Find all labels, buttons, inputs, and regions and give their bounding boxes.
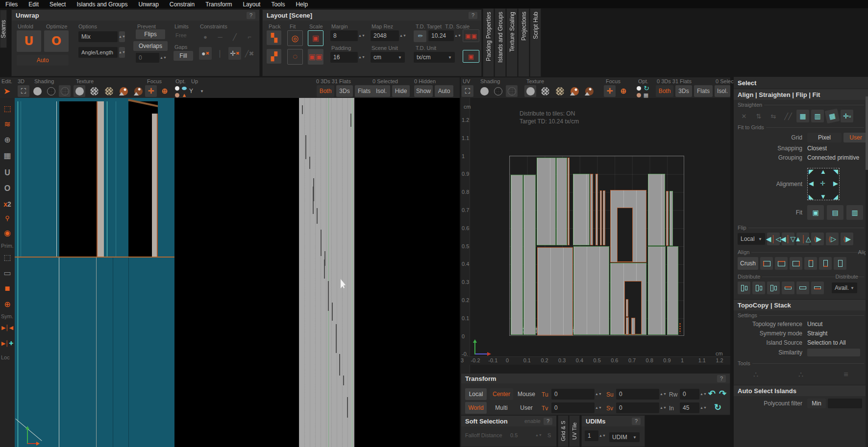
- uv-shading-wire-icon[interactable]: [492, 85, 504, 97]
- uv-texture-image-icon[interactable]: [569, 85, 580, 97]
- symmetry-mode-value[interactable]: Straight: [807, 330, 827, 337]
- menu-files[interactable]: Files: [0, 1, 23, 8]
- snapping-value[interactable]: Closest: [807, 145, 827, 152]
- uv-isolate-button[interactable]: Isol.: [715, 85, 730, 97]
- grouping-value[interactable]: Connected primitive: [807, 154, 859, 161]
- hide-button-3d[interactable]: Hide: [392, 85, 410, 97]
- flip-rotate-flip-icon[interactable]: ⟨▶: [841, 233, 853, 245]
- sphere-primitive-icon[interactable]: ⊕: [1, 298, 14, 310]
- menu-constrain[interactable]: Constrain: [164, 1, 200, 8]
- rect-primitive-icon[interactable]: ⬚: [1, 251, 14, 263]
- td-target-stepper[interactable]: ▲▼: [455, 30, 461, 41]
- uv-texture-checker-icon[interactable]: [539, 85, 551, 97]
- align-center-icon[interactable]: ✛: [820, 180, 825, 187]
- pin-icon[interactable]: ⚲: [1, 212, 14, 224]
- tv-stepper[interactable]: ▲▼: [595, 402, 601, 413]
- optimize-button[interactable]: O: [44, 30, 69, 52]
- fit-tile-icon[interactable]: ▣: [807, 205, 824, 220]
- polycount-value-field[interactable]: [828, 399, 862, 408]
- align-top-icon[interactable]: ▲: [820, 168, 826, 175]
- rotate-step-icon[interactable]: ↻: [714, 402, 721, 413]
- align-middle-pair-icon[interactable]: [819, 257, 832, 270]
- texture-none-icon[interactable]: [74, 85, 85, 97]
- pivot-mouse-button[interactable]: Mouse: [515, 388, 538, 400]
- symmetry-icon[interactable]: ▶│◀: [1, 321, 14, 334]
- shading-wire-icon[interactable]: [45, 85, 57, 97]
- gaps-fill-button[interactable]: Fill: [174, 51, 193, 61]
- align-right-icon[interactable]: ▶: [833, 180, 838, 187]
- udim-mode-select[interactable]: UDIM▼: [609, 432, 640, 442]
- unwrap-metric-stepper[interactable]: ▲▼: [119, 47, 125, 58]
- align-left-icon[interactable]: ◀: [809, 180, 814, 187]
- distribute-left-icon[interactable]: [738, 282, 750, 294]
- flip-horizontal-icon[interactable]: ◀│◁: [767, 233, 780, 245]
- rail-unfold-icon[interactable]: U: [1, 166, 14, 179]
- filled-rect-icon[interactable]: ■: [1, 282, 14, 295]
- align-right-edge-icon[interactable]: [790, 257, 802, 270]
- show-hidden-button[interactable]: Show: [414, 85, 433, 97]
- sv-stepper[interactable]: ▲▼: [660, 402, 666, 413]
- unwrap-mode-select[interactable]: Mix: [78, 31, 118, 42]
- margin-field[interactable]: 8: [330, 30, 358, 41]
- unwrap-mode-stepper[interactable]: ▲▼: [119, 31, 125, 42]
- align-left-edge-icon[interactable]: [760, 257, 773, 270]
- straighten-vertical-icon[interactable]: ⇅: [752, 110, 765, 122]
- protect-shield-icon[interactable]: ◉: [1, 226, 14, 239]
- dock-tab-texture-scaling[interactable]: Texture Scaling: [506, 8, 518, 77]
- pivot-user-button[interactable]: User: [515, 402, 538, 414]
- focus-selection-icon[interactable]: ✛: [145, 85, 157, 97]
- tab-uv-tile[interactable]: UV Tile: [569, 415, 580, 447]
- add-symmetry-icon[interactable]: ▶│✚: [1, 337, 14, 350]
- uv-show-flats-button[interactable]: Flats: [694, 85, 713, 97]
- sv-field[interactable]: 0: [616, 402, 659, 413]
- pack-selected-icon[interactable]: ▞: [267, 49, 281, 64]
- unwrap-metric-select[interactable]: Angle/Length: [78, 47, 118, 58]
- fit-width-icon[interactable]: ▤: [827, 205, 843, 220]
- topocopy-square-tree-icon[interactable]: ∴: [749, 368, 762, 381]
- align-top-left-icon[interactable]: ◤: [809, 168, 814, 175]
- redo-icon[interactable]: ↷: [719, 388, 726, 399]
- pivot-multi-button[interactable]: Multi: [490, 402, 513, 414]
- show-flats-button[interactable]: Flats: [355, 85, 373, 97]
- uv-frame-icon[interactable]: ⛶: [462, 85, 473, 97]
- uv-island[interactable]: [631, 318, 635, 335]
- fit-height-icon[interactable]: ▥: [846, 205, 863, 220]
- distribute-top-icon[interactable]: [782, 282, 794, 294]
- cage-icon[interactable]: ▲: [181, 92, 188, 98]
- falloff-stepper[interactable]: ▲▼: [536, 430, 542, 440]
- texture-image-icon[interactable]: [118, 85, 129, 97]
- uv-island[interactable]: [556, 158, 567, 245]
- distribute-middle-icon[interactable]: [796, 282, 809, 294]
- uv-light-icon[interactable]: [635, 85, 642, 92]
- flip-rotate-left-icon[interactable]: ⟨▶: [811, 233, 824, 245]
- grid-pixel-button[interactable]: Pixel: [807, 133, 842, 142]
- remove-cross-constraint-icon[interactable]: ✛✖: [228, 47, 241, 60]
- brush-mesh-icon[interactable]: ≋: [1, 118, 14, 130]
- uv-island[interactable]: [626, 317, 628, 334]
- uv-island[interactable]: [573, 174, 590, 245]
- uv-show-3ds-button[interactable]: 3Ds: [675, 85, 692, 97]
- rail-optimize-icon[interactable]: O: [1, 182, 14, 195]
- polycount-min-button[interactable]: Min: [807, 399, 826, 408]
- uv-island[interactable]: [648, 246, 666, 335]
- overlap-iterations-stepper[interactable]: ▲▼: [160, 53, 166, 63]
- align-bottom-icon[interactable]: ▼: [820, 193, 826, 200]
- shading-flat-icon[interactable]: [31, 85, 43, 97]
- uv-show-both-button[interactable]: Both: [656, 85, 673, 97]
- align-bottom-pair-icon[interactable]: [834, 257, 846, 270]
- menu-help[interactable]: Help: [290, 1, 313, 8]
- show-both-button[interactable]: Both: [317, 85, 334, 97]
- right-panel-scrollbar[interactable]: [866, 96, 868, 447]
- uv-island[interactable]: [670, 191, 672, 246]
- uv-island[interactable]: [511, 175, 523, 335]
- padding-stepper[interactable]: ▲▼: [359, 52, 365, 63]
- transform-help-button[interactable]: ?: [717, 375, 726, 382]
- similarity-slider[interactable]: [807, 349, 860, 356]
- tab-grid-snapping[interactable]: Grid & S: [558, 415, 569, 447]
- constraint-pin-icon[interactable]: ●: [199, 30, 212, 43]
- su-field[interactable]: 0: [616, 389, 659, 400]
- uv-island[interactable]: [595, 174, 598, 245]
- shading-shaded-wire-icon[interactable]: [59, 85, 71, 97]
- uv-focus-all-icon[interactable]: ⊕: [618, 85, 629, 97]
- uv-focus-selection-icon[interactable]: ✛: [604, 85, 616, 97]
